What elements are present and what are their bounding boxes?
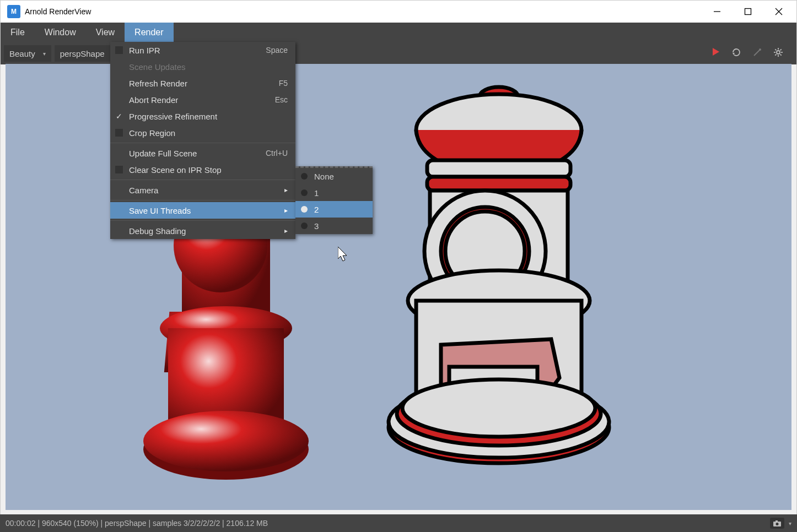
menu-separator [110,143,295,143]
menu-progressive-refinement[interactable]: Progressive Refinement [110,108,295,124]
svg-point-46 [776,523,779,525]
play-icon[interactable] [712,47,720,59]
threads-option-2[interactable]: 2 [295,201,373,218]
menu-save-ui-threads-submenu[interactable]: Save UI Threads [110,202,295,219]
statusbar: 00:00:02 | 960x540 (150%) | perspShape |… [0,514,797,532]
svg-rect-47 [776,520,778,522]
menu-refresh-render[interactable]: Refresh RenderF5 [110,75,295,91]
svg-marker-4 [713,48,719,56]
svg-line-6 [754,50,760,56]
menu-update-full-scene[interactable]: Update Full SceneCtrl+U [110,145,295,161]
window-controls [702,1,794,23]
gear-icon[interactable] [773,47,783,59]
threads-option-none[interactable]: None [295,168,373,184]
svg-point-8 [777,51,780,54]
menu-abort-render[interactable]: Abort RenderEsc [110,91,295,108]
svg-point-27 [143,411,309,471]
menu-camera-submenu[interactable]: Camera [110,182,295,198]
threads-option-3[interactable]: 3 [295,218,373,234]
menu-separator [110,180,295,180]
render-dropdown-menu: Run IPRSpace Scene Updates Refresh Rende… [110,42,295,239]
save-ui-threads-submenu: None 1 2 3 [295,166,373,234]
snapshot-button[interactable] [770,518,784,529]
menu-scene-updates: Scene Updates [110,58,295,75]
menu-file[interactable]: File [1,23,35,42]
maximize-button[interactable] [733,1,763,23]
menu-clear-scene-ipr-stop[interactable]: Clear Scene on IPR Stop [110,161,295,178]
aov-dropdown[interactable]: Beauty [4,45,51,62]
refresh-icon[interactable] [731,47,741,59]
close-button[interactable] [763,1,794,23]
rendered-object-right [375,69,628,510]
minimize-button[interactable] [702,1,733,23]
svg-rect-31 [427,177,570,191]
menu-separator [110,220,295,221]
svg-line-13 [775,49,776,50]
svg-line-15 [780,49,782,50]
svg-rect-30 [427,160,570,177]
app-icon: M [7,5,20,18]
svg-line-14 [780,55,782,56]
svg-point-43 [402,379,595,437]
svg-point-7 [759,48,761,51]
wand-icon[interactable] [752,47,762,59]
status-text: 00:00:02 | 960x540 (150%) | perspShape |… [6,519,268,528]
menu-render[interactable]: Render [125,23,173,42]
snapshot-caret-icon[interactable]: ▾ [789,520,791,526]
menubar: File Window View Render [1,23,796,42]
menu-window[interactable]: Window [35,23,86,42]
window-title: Arnold RenderView [25,7,91,16]
menu-debug-shading-submenu[interactable]: Debug Shading [110,222,295,239]
menu-crop-region[interactable]: Crop Region [110,124,295,141]
threads-option-1[interactable]: 1 [295,184,373,201]
menu-view[interactable]: View [86,23,125,42]
menu-separator [110,200,295,200]
svg-line-16 [775,55,776,56]
menu-run-ipr[interactable]: Run IPRSpace [110,42,295,58]
svg-rect-1 [745,9,751,15]
titlebar: M Arnold RenderView [1,1,796,23]
